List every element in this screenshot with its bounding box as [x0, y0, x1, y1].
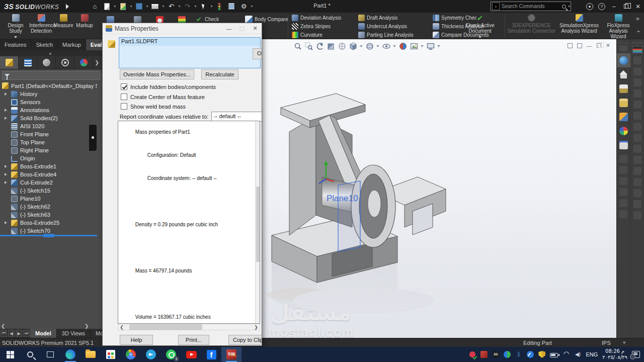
featuremanager-flyout-handle[interactable] [89, 125, 97, 151]
section-view-icon[interactable] [327, 42, 335, 50]
rollback-bar[interactable] [0, 235, 97, 236]
taskbar-chrome[interactable] [121, 347, 141, 362]
tree-item[interactable]: Annotations [0, 106, 97, 114]
tab-design-library[interactable] [617, 81, 630, 96]
tab-3dexperience[interactable] [617, 53, 630, 67]
restore-button[interactable] [620, 0, 632, 13]
search-icon[interactable] [562, 5, 566, 9]
tree-item[interactable]: Cut-Extrude2 [0, 178, 97, 187]
ribbon-item[interactable]: Curvature [292, 31, 341, 38]
tree-item[interactable]: (-) Sketch15 [0, 187, 97, 195]
chevron-down-icon[interactable] [376, 45, 379, 47]
taskbar-search-button[interactable] [20, 347, 40, 362]
checkbox-weld-bead[interactable]: Show weld bead mass [121, 103, 186, 110]
volume-icon[interactable]: ◀) [574, 351, 581, 358]
tree-item[interactable]: Right Plane [0, 146, 97, 154]
coordinate-system-dropdown[interactable]: -- default -- [211, 112, 262, 122]
dialog-minimize-button[interactable]: — [222, 26, 235, 32]
b6-icon[interactable]: B6 [492, 351, 499, 358]
scrollbar-thumb[interactable] [256, 187, 260, 262]
check-active-document-button[interactable]: ✔ Check Active Document [455, 14, 505, 39]
tree-item[interactable]: (-) Sketch62 [0, 203, 97, 211]
taskbar-telegram[interactable] [141, 347, 161, 362]
scroll-left-icon[interactable]: ❮ [118, 325, 125, 330]
battery-icon[interactable] [550, 353, 558, 357]
chevron-down-icon[interactable] [437, 45, 440, 47]
check-button[interactable]: ✔ Check [195, 16, 219, 23]
report-horizontal-scrollbar[interactable]: ❮ ❯ [118, 324, 260, 330]
markup-button[interactable]: Markup [74, 14, 95, 28]
drag-handle[interactable] [632, 40, 643, 43]
language-indicator[interactable]: ENG [586, 351, 598, 357]
report-vertical-scrollbar[interactable] [255, 121, 260, 323]
tree-filter-input[interactable] [2, 71, 100, 80]
ribbon-item[interactable]: Draft Analysis [358, 14, 414, 21]
ribbon-item[interactable]: Parting Line Analysis [358, 31, 414, 38]
flower-icon[interactable] [469, 351, 476, 358]
search-commands-box[interactable]: › Search Commands ▾ [491, 2, 571, 11]
first-tab-icon[interactable]: ⏮ [1, 330, 7, 337]
previous-view-icon[interactable] [315, 42, 324, 50]
taskbar-edge[interactable] [60, 347, 80, 362]
selection-list[interactable]: Part1.SLDPRT [119, 37, 261, 68]
home-icon[interactable]: ⌂ [89, 2, 100, 12]
display-style-icon[interactable] [365, 42, 374, 50]
taskbar-facebook[interactable]: f [201, 347, 221, 362]
user-account-icon[interactable]: ● [584, 0, 596, 13]
document-tab[interactable]: 3D Views [57, 329, 91, 338]
view-orientation-icon[interactable] [349, 42, 357, 50]
edit-appearance-icon[interactable] [398, 42, 407, 50]
tab-custom-properties[interactable] [617, 138, 630, 152]
open-icon[interactable] [117, 2, 128, 12]
redo-icon[interactable]: ↷ [182, 2, 193, 12]
options-gear-icon[interactable]: ⚙ [238, 2, 249, 12]
recalculate-button[interactable]: Recalculate [201, 69, 238, 79]
drag-handle[interactable] [618, 40, 628, 43]
taskbar-file-explorer[interactable] [80, 347, 101, 362]
tree-item[interactable]: AISI 1020 [0, 122, 97, 130]
checkbox-create-com[interactable]: Create Center of Mass feature [121, 94, 205, 100]
tab-propertymanager[interactable] [19, 56, 37, 69]
tree-item[interactable]: Boss-Extrude25 [0, 219, 97, 227]
checkbox-icon[interactable] [121, 83, 127, 90]
tab-home[interactable] [617, 67, 630, 81]
checkbox-include-hidden[interactable]: Include hidden bodies/components [121, 83, 216, 90]
last-tab-icon[interactable]: ⏭ [23, 330, 30, 337]
doc-icon[interactable] [568, 43, 573, 48]
scene-icon[interactable] [410, 42, 418, 50]
dialog-title-bar[interactable]: Mass Properties — ▢ ✕ [103, 23, 262, 34]
floxpress-button[interactable]: FloXpressAnalysis Wizard [601, 14, 636, 39]
tab-view-palette[interactable] [617, 110, 630, 124]
checkbox-icon[interactable] [121, 103, 127, 110]
design-study-button[interactable]: Design Study [2, 14, 29, 39]
scroll-right-icon[interactable]: ❯ [253, 325, 260, 330]
help-icon[interactable]: ? [596, 0, 608, 13]
units-indicator[interactable]: IPS [602, 340, 611, 346]
dialog-close-button[interactable]: ✕ [249, 25, 262, 32]
tree-item[interactable]: Boss-Extrude1 [0, 162, 97, 170]
close-button[interactable]: ✕ [632, 0, 644, 13]
hide-show-icon[interactable] [382, 42, 390, 50]
help-button[interactable]: Help [120, 335, 153, 345]
tree-item[interactable]: Top Plane [0, 138, 97, 146]
doc-icon[interactable] [577, 43, 582, 48]
tab-file-explorer[interactable] [617, 96, 630, 110]
print-icon[interactable] [149, 2, 160, 12]
measure-button[interactable]: Measure [53, 14, 73, 28]
appearance-swatch-icon[interactable] [632, 46, 642, 53]
bluetooth-icon[interactable]: ᛒ [515, 351, 522, 358]
taskbar-store[interactable] [101, 347, 121, 362]
3dexperience-connector-button[interactable]: 3DEXPERIENCESimulation Connector [506, 14, 556, 34]
panel-scroll-right-icon[interactable]: ❯ [85, 323, 89, 329]
commandmanager-tab[interactable]: Features [0, 39, 31, 50]
chevron-down-icon[interactable] [393, 45, 396, 47]
task-view-button[interactable] [40, 347, 60, 362]
interference-detection-button[interactable]: Interference Detection [29, 14, 53, 34]
minimize-button[interactable]: – [608, 0, 620, 13]
clock[interactable]: 08:26 م ٢٠٢٥/٠٨/٢٩ [602, 348, 627, 360]
zoom-fit-icon[interactable] [293, 42, 302, 50]
tree-item[interactable]: Sensors [0, 98, 97, 106]
tree-item[interactable]: Plane10 [0, 195, 97, 203]
tab-dimxpertmanager[interactable] [56, 56, 74, 69]
doc-close-button[interactable]: ✕ [606, 42, 610, 49]
